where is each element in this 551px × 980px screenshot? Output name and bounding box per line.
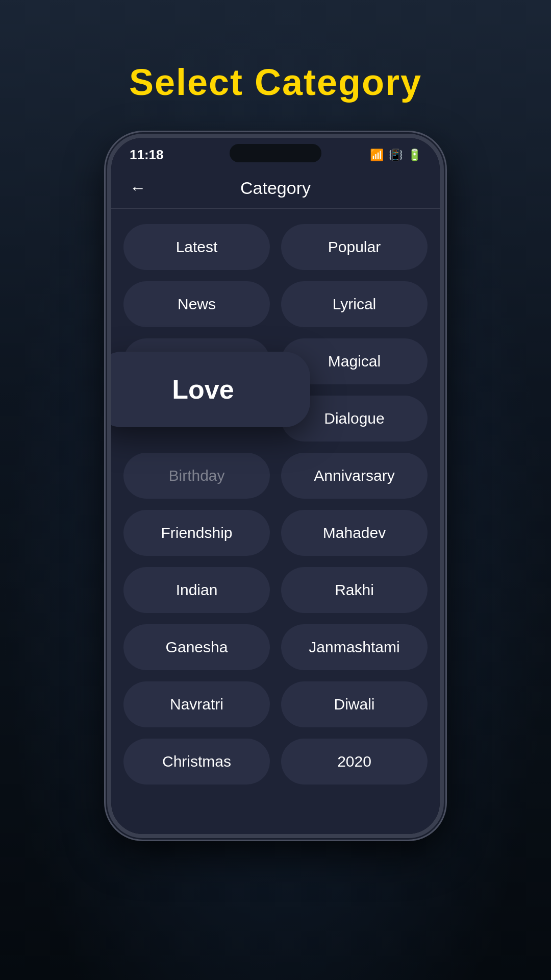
status-bar: 11:18 📶 📳 🔋 [111, 138, 440, 168]
category-btn-popular[interactable]: Popular [281, 224, 428, 270]
category-btn-anniversary[interactable]: Annivarsary [281, 453, 428, 499]
category-btn-rakhi[interactable]: Rakhi [281, 567, 428, 613]
page-title: Select Category [129, 61, 422, 103]
signal-icon: 📳 [389, 149, 403, 162]
phone-side-button-right2 [443, 373, 444, 444]
battery-icon: 🔋 [408, 149, 421, 162]
phone-mockup: 11:18 📶 📳 🔋 ← Category Love Latest Popul… [107, 134, 444, 838]
back-button[interactable]: ← [130, 179, 146, 198]
love-tooltip[interactable]: Love [111, 352, 310, 427]
status-time: 11:18 [130, 147, 164, 163]
header-title: Category [156, 178, 395, 198]
app-header: ← Category [111, 168, 440, 209]
category-btn-birthday[interactable]: Birthday [123, 453, 270, 499]
category-btn-friendship[interactable]: Friendship [123, 510, 270, 556]
category-btn-christmas[interactable]: Christmas [123, 739, 270, 785]
app-content: Love Latest Popular News Lyrical Particl… [111, 209, 440, 834]
category-btn-latest[interactable]: Latest [123, 224, 270, 270]
category-btn-mahadev[interactable]: Mahadev [281, 510, 428, 556]
phone-notch [230, 144, 321, 162]
love-tooltip-label: Love [172, 375, 234, 404]
phone-side-button-left [107, 250, 108, 291]
categories-grid: Latest Popular News Lyrical Particle Mag… [123, 224, 428, 785]
category-btn-news[interactable]: News [123, 281, 270, 327]
wifi-icon: 📶 [370, 149, 384, 162]
status-icons: 📶 📳 🔋 [370, 149, 421, 162]
category-btn-ganesha[interactable]: Ganesha [123, 624, 270, 670]
phone-side-button-right [443, 281, 444, 352]
category-btn-2020[interactable]: 2020 [281, 739, 428, 785]
category-btn-lyrical[interactable]: Lyrical [281, 281, 428, 327]
category-btn-janmashtami[interactable]: Janmashtami [281, 624, 428, 670]
category-btn-indian[interactable]: Indian [123, 567, 270, 613]
category-btn-navratri[interactable]: Navratri [123, 681, 270, 727]
category-btn-diwali[interactable]: Diwali [281, 681, 428, 727]
